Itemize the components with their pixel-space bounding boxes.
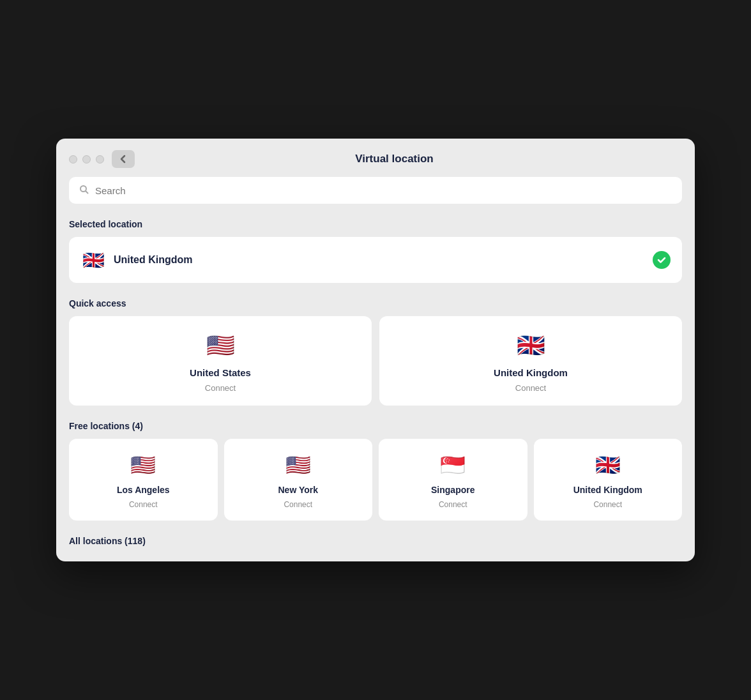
main-window: Virtual location Selected location 🇬🇧 Un… bbox=[56, 139, 695, 561]
sg-name: Singapore bbox=[431, 485, 474, 495]
search-icon bbox=[79, 185, 89, 196]
uk-name: United Kingdom bbox=[494, 367, 568, 378]
us-action: Connect bbox=[205, 383, 236, 393]
us-flag: 🇺🇸 bbox=[204, 329, 237, 362]
uk2-flag: 🇬🇧 bbox=[593, 450, 623, 480]
search-bar bbox=[69, 177, 682, 204]
la-action: Connect bbox=[129, 500, 158, 509]
ny-name: New York bbox=[278, 485, 318, 495]
uk2-action: Connect bbox=[593, 500, 622, 509]
traffic-light-minimize[interactable] bbox=[82, 155, 91, 164]
us-name: United States bbox=[190, 367, 251, 378]
ny-flag: 🇺🇸 bbox=[284, 450, 313, 480]
traffic-light-close[interactable] bbox=[69, 155, 77, 164]
traffic-lights bbox=[69, 155, 104, 164]
content-area: Selected location 🇬🇧 United Kingdom Quic… bbox=[56, 177, 695, 561]
page-title: Virtual location bbox=[142, 153, 646, 165]
all-locations-label[interactable]: All locations (118) bbox=[69, 536, 682, 546]
ny-action: Connect bbox=[284, 500, 312, 509]
uk-flag: 🇬🇧 bbox=[514, 329, 547, 362]
back-button[interactable] bbox=[112, 150, 135, 168]
uk2-name: United Kingdom bbox=[573, 485, 642, 495]
la-name: Los Angeles bbox=[117, 485, 170, 495]
quick-access-grid: 🇺🇸 United States Connect 🇬🇧 United Kingd… bbox=[69, 316, 682, 406]
titlebar: Virtual location bbox=[56, 139, 695, 177]
free-location-los-angeles[interactable]: 🇺🇸 Los Angeles Connect bbox=[69, 439, 218, 521]
quick-access-uk[interactable]: 🇬🇧 United Kingdom Connect bbox=[379, 316, 682, 406]
quick-access-us[interactable]: 🇺🇸 United States Connect bbox=[69, 316, 372, 406]
traffic-light-maximize[interactable] bbox=[96, 155, 104, 164]
free-locations-section-label: Free locations (4) bbox=[69, 421, 682, 431]
selected-location-card[interactable]: 🇬🇧 United Kingdom bbox=[69, 237, 682, 283]
la-flag: 🇺🇸 bbox=[128, 450, 158, 480]
search-input[interactable] bbox=[95, 185, 672, 196]
free-location-singapore[interactable]: 🇸🇬 Singapore Connect bbox=[379, 439, 527, 521]
selected-location-flag: 🇬🇧 bbox=[80, 247, 106, 273]
free-location-uk[interactable]: 🇬🇧 United Kingdom Connect bbox=[534, 439, 683, 521]
sg-flag: 🇸🇬 bbox=[438, 450, 467, 480]
connected-badge bbox=[653, 251, 671, 269]
uk-action: Connect bbox=[515, 383, 546, 393]
svg-line-1 bbox=[86, 192, 88, 194]
quick-access-section-label: Quick access bbox=[69, 298, 682, 308]
svg-point-0 bbox=[80, 186, 86, 192]
sg-action: Connect bbox=[439, 500, 467, 509]
free-locations-grid: 🇺🇸 Los Angeles Connect 🇺🇸 New York Conne… bbox=[69, 439, 682, 521]
selected-location-section-label: Selected location bbox=[69, 219, 682, 229]
free-location-new-york[interactable]: 🇺🇸 New York Connect bbox=[224, 439, 373, 521]
selected-location-name: United Kingdom bbox=[114, 254, 645, 266]
